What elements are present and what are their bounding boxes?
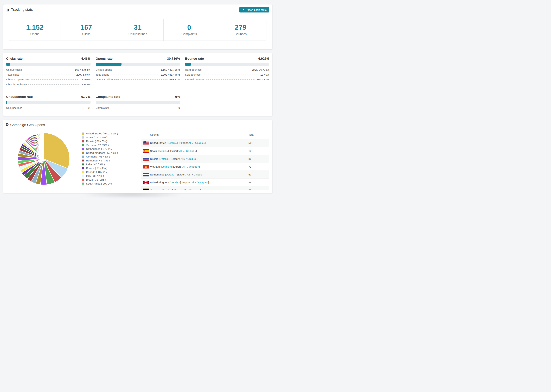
legend-color-swatch — [82, 148, 84, 150]
separator-text: / — [196, 181, 198, 184]
details-link[interactable]: Details › — [158, 149, 168, 152]
export-unique-link[interactable]: Unique › — [189, 165, 199, 168]
geo-pie-legend: United States ( 541 / 31% )Spain ( 121 /… — [82, 132, 118, 186]
legend-color-swatch — [82, 167, 84, 169]
rate-stat-label: Soft bounces — [185, 73, 200, 76]
stat-label: Complaints — [182, 32, 197, 36]
export-unique-link[interactable]: Unique › — [195, 141, 205, 144]
separator-text: / — [191, 173, 194, 176]
details-link[interactable]: Details › — [160, 157, 170, 160]
dotted-leader — [202, 75, 259, 75]
details-link[interactable]: Details › — [170, 181, 180, 184]
legend-item: Germany ( 55 / 3% ) — [82, 155, 118, 159]
separator-text: / — [193, 141, 195, 144]
export-all-link[interactable]: All › — [188, 141, 193, 144]
legend-item: United States ( 541 / 31% ) — [82, 132, 118, 136]
campaign-geo-opens-card: Campaign Geo Opens United States ( 541 /… — [3, 120, 272, 193]
export-all-link[interactable]: All › — [179, 149, 184, 152]
export-all-link[interactable]: All › — [182, 165, 187, 168]
country-cell: Germany [Details ›] [Export: All › / Uni… — [150, 189, 201, 190]
stat-value: 0 — [187, 24, 191, 31]
legend-label: Germany ( 55 / 3% ) — [86, 155, 110, 158]
export-unique-link[interactable]: Unique › — [194, 173, 204, 176]
country-cell: United Kingdom [Details ›] [Export: All … — [150, 181, 209, 184]
geo-table-header-row: Country Total — [141, 131, 269, 139]
legend-item: United Kingdom ( 59 / 3% ) — [82, 151, 118, 155]
legend-item: Canada ( 40 / 2% ) — [82, 170, 118, 174]
export-unique-link[interactable]: Unique › — [198, 181, 208, 184]
legend-color-swatch — [82, 140, 84, 143]
rate-stat-value: 31 — [87, 106, 90, 109]
legend-label: Vietnam ( 79 / 5% ) — [86, 144, 109, 147]
rate-stat-value: 689.82% — [170, 78, 180, 81]
table-row: Germany [Details ›] [Export: All › / Uni… — [141, 186, 269, 190]
dotted-leader — [110, 108, 177, 108]
country-cell: Netherlands [Details ›] [Export: All › /… — [150, 173, 204, 176]
rate-value: 4.46% — [81, 57, 91, 61]
export-unique-link[interactable]: Unique › — [190, 189, 200, 190]
stat-label: Bounces — [235, 32, 247, 36]
flag-us-icon — [143, 141, 149, 145]
export-unique-link[interactable]: Unique › — [187, 157, 198, 160]
geo-header: Campaign Geo Opens — [6, 120, 270, 130]
country-name: United States — [150, 141, 167, 144]
rates-grid: Clicks rate4.46%Unique clicks167 / 4.456… — [3, 53, 272, 111]
rate-stat-row: Total clicks220 / 5.87% — [6, 73, 91, 78]
rate-panel-opens-rate: Opens rate30.736%Unique opens1,152 / 30.… — [96, 57, 180, 88]
rate-panel-complaints-rate: Complaints rate0%Complaints0 — [96, 95, 180, 111]
legend-item: Spain ( 121 / 7% ) — [82, 136, 118, 140]
rate-stat-value: 18 / 0% — [260, 73, 269, 76]
tracking-stats-header: Tracking stats — [6, 4, 270, 15]
rate-title: Complaints rate — [96, 95, 120, 99]
rate-stat-row: Internal bounces19 / 6.81% — [185, 78, 269, 83]
total-cell: 121 — [248, 149, 253, 153]
details-link[interactable]: Details › — [166, 173, 176, 176]
legend-label: France ( 42 / 2% ) — [86, 167, 107, 170]
rate-stat-value: 14.497% — [80, 78, 90, 81]
legend-item: Brazil ( 33 / 2% ) — [82, 178, 118, 182]
export-icon — [242, 8, 244, 11]
flag-de-icon — [143, 189, 149, 190]
dotted-leader — [206, 79, 255, 80]
rate-stat-label: Unique clicks — [6, 68, 22, 71]
rate-stat-row: Click through rate4.147% — [6, 83, 91, 88]
table-row: Vietnam [Details ›] [Export: All › / Uni… — [141, 163, 269, 170]
flag-vn-icon — [143, 165, 149, 168]
export-all-link[interactable]: All › — [187, 173, 191, 176]
rate-stat-value: 4.147% — [81, 83, 91, 86]
export-basic-stats-button[interactable]: Export basic stats — [239, 7, 269, 13]
details-link[interactable]: Details › — [161, 165, 171, 168]
legend-label: Romania ( 49 / 3% ) — [86, 159, 110, 162]
total-cell: 79 — [248, 165, 251, 168]
legend-item: India ( 46 / 3% ) — [82, 162, 118, 166]
export-all-link[interactable]: All › — [191, 181, 196, 184]
total-cell: 541 — [248, 141, 253, 145]
geo-title: Campaign Geo Opens — [10, 123, 45, 127]
export-prefix-text: ] [Export: — [170, 157, 181, 160]
dotted-leader — [21, 75, 75, 75]
legend-color-swatch — [82, 155, 84, 158]
dotted-leader — [28, 84, 80, 85]
rate-value: 0% — [175, 95, 180, 99]
rate-stat-label: Total opens — [96, 73, 109, 76]
legend-color-swatch — [82, 159, 84, 162]
country-name: Russia — [150, 157, 159, 160]
stat-label: Opens — [30, 32, 39, 36]
rate-progress-bar — [6, 63, 91, 66]
rate-stat-label: Complaints — [96, 106, 109, 109]
export-unique-link[interactable]: Unique › — [186, 149, 196, 152]
details-link[interactable]: Details › — [168, 141, 177, 144]
details-link[interactable]: Details › — [162, 189, 172, 190]
stat-label: Clicks — [82, 32, 90, 36]
dotted-leader — [31, 79, 78, 80]
legend-item: Vietnam ( 79 / 5% ) — [82, 143, 118, 147]
rate-title: Unsubscribe rate — [6, 95, 33, 99]
table-row: Russia [Details ›] [Export: All › / Uniq… — [141, 155, 269, 163]
export-all-link[interactable]: All › — [184, 189, 188, 190]
legend-item: Russia ( 86 / 5% ) — [82, 139, 118, 143]
legend-label: United States ( 541 / 31% ) — [86, 132, 118, 135]
rate-progress-bar — [185, 63, 269, 66]
export-all-link[interactable]: All › — [181, 157, 185, 160]
country-column-header: Country — [150, 133, 159, 136]
legend-color-swatch — [82, 152, 84, 154]
